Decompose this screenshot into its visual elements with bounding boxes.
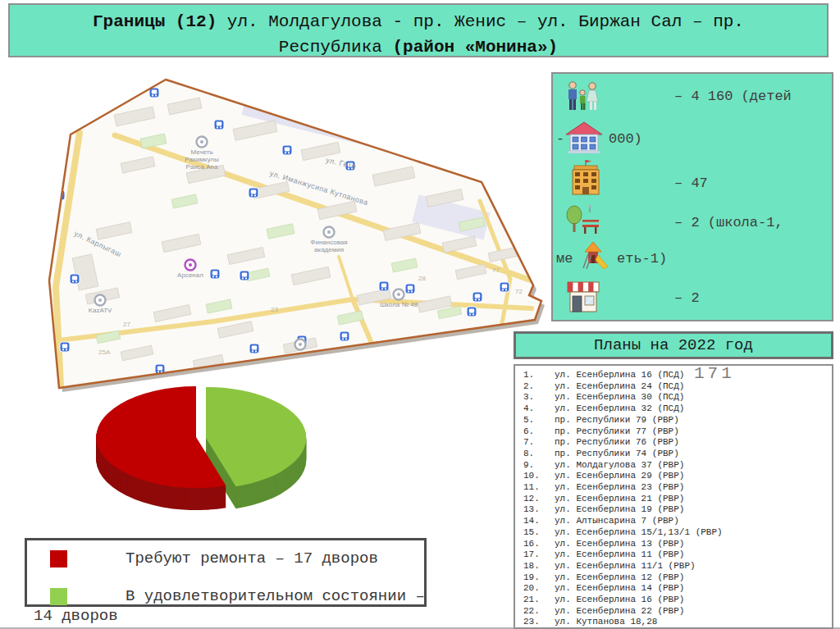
house-number-label: 27 (123, 321, 130, 328)
overlay-number: 171 (694, 364, 735, 383)
stat-buildings: – 47 (674, 174, 708, 194)
plan-list-item: 9.ул. Молдагулова 37 (РВР) (523, 460, 832, 472)
bus-stop-icon (60, 342, 70, 352)
district-map[interactable]: ул. Гёте ул. Иманжусипа Кутпанова ул. Ка… (0, 66, 550, 394)
plan-list-item: 2.ул. Есенберлина 24 (ПСД) (523, 381, 832, 393)
house-number-label: 72 (515, 288, 523, 295)
plan-item-text: ул. Кутпанова 18,28 (555, 617, 657, 628)
bus-stop-icon (70, 274, 80, 284)
plan-list-item: 22.ул. Есенберлина 22 (РВР) (523, 606, 832, 618)
plan-item-text: ул. Есенберлина 15/1,13/1 (РВР) (555, 527, 723, 539)
school-poi-icon (394, 289, 404, 300)
house-number-label: 77 (492, 267, 500, 274)
poi-circle-icon (295, 340, 306, 350)
plan-item-number: 8. (523, 449, 555, 460)
plan-item-text: ул. Есенберлина 30 (ПСД) (555, 392, 684, 403)
plan-list-item: 6.пр. Республики 77 (РВР) (523, 426, 832, 438)
bus-stop-icon (405, 284, 415, 294)
stat-shops: – 2 (674, 289, 700, 308)
bus-stop-icon (472, 292, 482, 302)
plan-item-text: пр. Республики 77 (РВР) (555, 426, 679, 438)
mosque-label: Раиса Апа (186, 163, 218, 171)
plans-list: 1.ул. Есенберлина 16 (ПСД)2.ул. Есенберл… (514, 364, 833, 629)
plan-item-number: 10. (523, 471, 555, 482)
school-label: Школа № 48 (380, 301, 418, 308)
plan-item-number: 2. (523, 381, 555, 393)
shop-icon (566, 279, 600, 313)
bus-stop-icon (249, 344, 259, 353)
stat-population-wrap: 000) (609, 130, 642, 149)
house-number-label: 28 (418, 275, 426, 282)
plan-item-text: ул. Есенберлина 23 (РВР) (555, 482, 684, 494)
bus-stop-icon (467, 307, 477, 317)
plan-item-number: 13. (523, 504, 555, 516)
title-bold-suffix: (район «Монина») (392, 38, 558, 57)
bus-stop-icon (282, 145, 292, 155)
mosque-poi-icon (197, 137, 208, 148)
plan-item-number: 20. (523, 583, 555, 595)
plan-item-number: 4. (523, 403, 555, 415)
mosque-label: Мечеть (190, 148, 212, 156)
legend-label-repair: Требуют ремонта – 17 дворов (34, 549, 437, 568)
plan-item-number: 17. (523, 549, 555, 561)
plan-list-item: 5.пр. Республики 79 (РВР) (523, 415, 832, 426)
plan-list-item: 8.пр. Республики 74 (РВР) (523, 449, 832, 460)
bus-stop-icon (55, 190, 65, 200)
arsenal-label: Арсенал (177, 271, 203, 279)
plan-list-item: 21.ул. Есенберлина 16 (РВР) (523, 595, 832, 606)
plan-item-text: ул. Есенберлина 16 (ПСД) (555, 370, 684, 381)
bus-stop-icon (500, 282, 509, 292)
bus-stop-icon (249, 188, 258, 198)
house-number-label: 25А (98, 349, 111, 356)
bus-stop-icon (214, 120, 224, 130)
plan-list-item: 12.ул. Есенберлина 21 (РВР) (523, 494, 832, 505)
arsenal-poi-icon (185, 260, 196, 271)
slide-title: Границы (12) ул. Молдагулова - пр. Женис… (8, 3, 829, 57)
plan-item-text: ул. Есенберлина 19 (РВР) (555, 504, 684, 516)
plan-item-text: ул. Есенберлина 24 (ПСД) (555, 381, 684, 393)
playground-icon (576, 239, 610, 272)
plan-item-text: ул. Есенберлина 21 (РВР) (555, 494, 684, 505)
plan-item-text: пр. Республики 79 (РВР) (555, 415, 679, 426)
pie-chart (75, 376, 322, 527)
plan-item-number: 21. (523, 595, 555, 606)
plans-header-label: Планы на 2022 год (594, 336, 753, 354)
plan-item-text: ул. Молдагулова 37 (РВР) (555, 460, 684, 472)
stat-parks-wrap: еть-1) (617, 249, 667, 269)
plan-item-number: 15. (523, 527, 555, 539)
plan-list-item: 20.ул. Есенберлина 14 (РВР) (523, 583, 832, 595)
plan-list-item: 4.ул. Есенберлина 32 (ПСД) (523, 403, 832, 415)
plan-item-text: ул. Есенберлина 32 (ПСД) (555, 403, 684, 415)
bus-stop-icon (340, 331, 349, 341)
title-bold-prefix: Границы (12) (93, 12, 217, 31)
district-map-image: ул. Гёте ул. Иманжусипа Кутпанова ул. Ка… (0, 66, 550, 394)
stat-population-wrap-pre: - (556, 130, 564, 149)
academy-poi-icon (324, 227, 335, 238)
plan-item-number: 19. (523, 572, 555, 584)
plan-item-text: ул. Алтынсарина 7 (РВР) (555, 516, 679, 527)
plan-item-number: 3. (523, 392, 555, 403)
plan-list-item: 3.ул. Есенберлина 30 (ПСД) (523, 392, 832, 403)
park-bench-icon (564, 203, 602, 238)
plan-item-text: ул. Есенберлина 29 (РВР) (555, 471, 684, 482)
plan-item-number: 14. (523, 516, 555, 527)
plan-list-item: 13.ул. Есенберлина 19 (РВР) (523, 504, 832, 516)
plan-item-number: 1. (523, 370, 555, 381)
stat-parks: – 2 (школа-1, (674, 213, 783, 233)
stat-parks-wrap-pre: ме (556, 249, 573, 269)
plan-item-text: пр. Республики 74 (РВР) (555, 449, 679, 460)
plan-item-number: 6. (523, 426, 555, 438)
plan-list-item: 10.ул. Есенберлина 29 (РВР) (523, 471, 832, 482)
plan-list-item: 16.ул. Есенберлина 13 (РВР) (523, 539, 832, 550)
academy-label: Финансовая (310, 239, 347, 246)
academy-label: академия (314, 246, 344, 253)
mosque-label: Рахимкулы (185, 156, 219, 163)
plan-list-item: 7.пр. Республики 76 (РВР) (523, 437, 832, 449)
plan-list-item: 14.ул. Алтынсарина 7 (РВР) (523, 516, 832, 527)
house-icon (564, 120, 604, 154)
district-stats-panel: – 4 160 (детей - 000) – 47 (551, 72, 833, 321)
school-building-icon (569, 159, 602, 197)
plan-item-number: 12. (523, 494, 555, 505)
plan-list-item: 15.ул. Есенберлина 15/1,13/1 (РВР) (523, 527, 832, 539)
plan-item-number: 5. (523, 415, 555, 426)
